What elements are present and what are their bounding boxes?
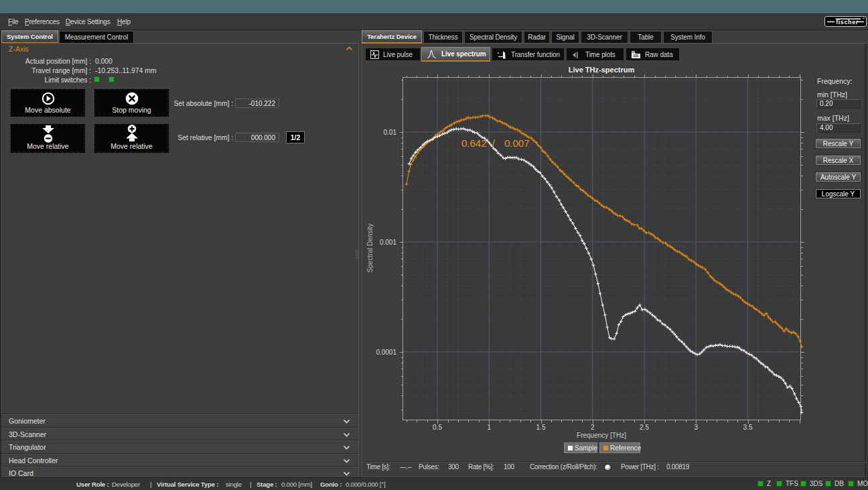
svg-text:fischer: fischer [836,19,859,25]
svg-text:1.5: 1.5 [536,424,546,431]
svg-text:0.001: 0.001 [380,239,396,246]
svg-text:3.5: 3.5 [743,424,753,431]
svg-text:2.5: 2.5 [640,424,649,431]
svg-text:2: 2 [591,424,595,431]
svg-text:Live THz-spectrum: Live THz-spectrum [569,66,635,74]
svg-text:0.0001: 0.0001 [376,349,396,356]
svg-text:0.642 /: 0.642 / [461,137,496,149]
svg-text:1: 1 [487,424,491,431]
svg-text:0.5: 0.5 [433,424,442,431]
svg-text:0.01: 0.01 [384,129,397,136]
svg-text:Frequency [THz]: Frequency [THz] [577,432,626,439]
svg-text:0.007: 0.007 [504,137,530,149]
svg-text:3: 3 [694,424,698,431]
svg-text:Spectral Density: Spectral Density [366,224,374,273]
